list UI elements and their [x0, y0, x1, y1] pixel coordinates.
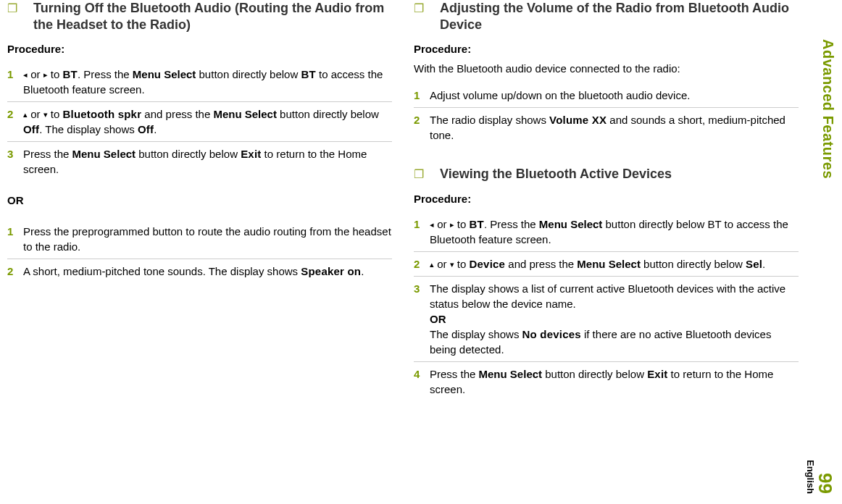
steps-list: 1 ◂ or ▸ to BT. Press the Menu Select bu…	[414, 212, 799, 401]
step-item: 2 The radio display shows Volume XX and …	[414, 108, 799, 147]
step-item: 1 Adjust volume up/down on the bluetooth…	[414, 83, 799, 108]
procedure-label: Procedure:	[7, 43, 392, 55]
step-number: 1	[7, 224, 23, 239]
step-number: 2	[414, 112, 430, 127]
steps-list: 1 Adjust volume up/down on the bluetooth…	[414, 83, 799, 147]
step-number: 1	[7, 67, 23, 82]
section-heading: ❐ Turning Off the Bluetooth Audio (Routi…	[7, 0, 392, 33]
step-item: 2 A short, medium-pitched tone sounds. T…	[7, 259, 392, 283]
document-icon: ❐	[414, 167, 424, 182]
section-tab: Advanced Features	[820, 39, 836, 179]
step-item: 4 Press the Menu Select button directly …	[414, 362, 799, 401]
section-heading: ❐ Viewing the Bluetooth Active Devices	[414, 166, 799, 182]
step-item: 2 ▴ or ▾ to Bluetooth spkr and press the…	[7, 102, 392, 142]
section-heading: ❐ Adjusting the Volume of the Radio from…	[414, 0, 799, 33]
step-number: 2	[414, 256, 430, 272]
step-item: 1 Press the preprogrammed button to rout…	[7, 219, 392, 259]
right-column: ❐ Adjusting the Volume of the Radio from…	[414, 0, 799, 401]
steps-list: 1 Press the preprogrammed button to rout…	[7, 219, 392, 283]
step-item: 3 The display shows a list of current ac…	[414, 277, 799, 362]
step-number: 2	[7, 264, 23, 279]
step-number: 3	[7, 146, 23, 161]
section-title: Viewing the Bluetooth Active Devices	[428, 166, 672, 182]
step-number: 1	[414, 88, 430, 103]
or-label: OR	[7, 194, 392, 206]
step-number: 3	[414, 281, 430, 296]
document-page: Advanced Features English 99 ❐ Turning O…	[0, 0, 842, 504]
intro-text: With the Bluetooth audio device connecte…	[414, 62, 799, 75]
page-number: 99	[814, 473, 836, 494]
step-item: 2 ▴ or ▾ to Device and press the Menu Se…	[414, 252, 799, 277]
document-icon: ❐	[414, 1, 424, 16]
step-item: 3 Press the Menu Select button directly …	[7, 142, 392, 181]
section-title: Turning Off the Bluetooth Audio (Routing…	[22, 0, 392, 33]
step-item: 1 ◂ or ▸ to BT. Press the Menu Select bu…	[7, 62, 392, 102]
left-column: ❐ Turning Off the Bluetooth Audio (Routi…	[7, 0, 392, 401]
steps-list: 1 ◂ or ▸ to BT. Press the Menu Select bu…	[7, 62, 392, 181]
document-icon: ❐	[7, 1, 17, 16]
procedure-label: Procedure:	[414, 43, 799, 55]
section-title: Adjusting the Volume of the Radio from B…	[428, 0, 799, 33]
step-number: 1	[414, 217, 430, 232]
procedure-label: Procedure:	[414, 193, 799, 205]
step-number: 4	[414, 366, 430, 382]
step-number: 2	[7, 106, 23, 122]
or-label: OR	[430, 313, 446, 325]
step-item: 1 ◂ or ▸ to BT. Press the Menu Select bu…	[414, 212, 799, 252]
